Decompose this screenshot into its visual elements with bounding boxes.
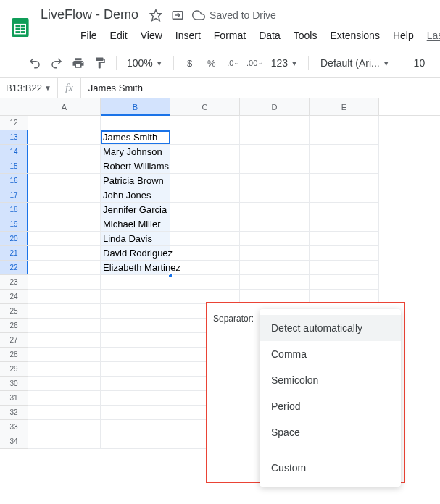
menu-edit[interactable]: Edit <box>105 27 133 44</box>
cell-B32[interactable] <box>101 406 170 420</box>
cell-E20[interactable] <box>310 232 379 246</box>
cell-E15[interactable] <box>310 159 379 174</box>
formula-input[interactable]: James Smith <box>81 83 440 93</box>
column-header-D[interactable]: D <box>240 98 310 115</box>
cell-B25[interactable] <box>101 304 170 319</box>
cell-E12[interactable] <box>310 116 379 130</box>
row-header-27[interactable]: 27 <box>0 333 28 348</box>
column-header-C[interactable]: C <box>170 98 240 115</box>
cell-E21[interactable] <box>310 246 379 261</box>
decrease-decimal-button[interactable]: .0← <box>223 53 244 73</box>
name-box[interactable]: B13:B22▼ <box>0 78 58 98</box>
cell-A33[interactable] <box>28 420 101 434</box>
cell-B13[interactable]: James Smith <box>101 130 170 145</box>
cell-A12[interactable] <box>28 116 101 130</box>
separator-option-semicolon[interactable]: Semicolon <box>260 367 401 393</box>
cell-A22[interactable] <box>28 261 101 275</box>
cell-D12[interactable] <box>240 116 310 130</box>
cell-A25[interactable] <box>28 304 101 319</box>
cell-A29[interactable] <box>28 362 101 377</box>
cell-B18[interactable]: Jennifer Garcia <box>101 203 170 217</box>
cell-E14[interactable] <box>310 145 379 159</box>
cell-C21[interactable] <box>170 246 240 261</box>
sheets-logo[interactable] <box>9 13 32 42</box>
cell-B29[interactable] <box>101 362 170 377</box>
menu-insert[interactable]: Insert <box>170 27 206 44</box>
separator-option-custom[interactable]: Custom <box>260 455 401 481</box>
cell-A16[interactable] <box>28 174 101 188</box>
cell-B31[interactable] <box>101 391 170 406</box>
row-header-28[interactable]: 28 <box>0 348 28 362</box>
cell-B22[interactable]: Elizabeth Martinez <box>101 261 170 275</box>
cell-A24[interactable] <box>28 290 101 304</box>
cell-A18[interactable] <box>28 203 101 217</box>
row-header-29[interactable]: 29 <box>0 362 28 377</box>
cell-B34[interactable] <box>101 434 170 449</box>
cell-C13[interactable] <box>170 130 240 145</box>
separator-option-comma[interactable]: Comma <box>260 341 401 367</box>
row-header-19[interactable]: 19 <box>0 217 28 232</box>
row-header-20[interactable]: 20 <box>0 232 28 246</box>
select-all-corner[interactable] <box>0 98 28 115</box>
cell-E13[interactable] <box>310 130 379 145</box>
cell-D21[interactable] <box>240 246 310 261</box>
cell-B12[interactable] <box>101 116 170 130</box>
row-header-14[interactable]: 14 <box>0 145 28 159</box>
cell-C22[interactable] <box>170 261 240 275</box>
font-size-input[interactable]: 10 <box>408 57 431 69</box>
cell-B19[interactable]: Michael Miller <box>101 217 170 232</box>
cell-C23[interactable] <box>170 275 240 290</box>
cell-E17[interactable] <box>310 188 379 203</box>
move-icon[interactable] <box>170 8 185 22</box>
column-header-A[interactable]: A <box>28 98 101 115</box>
cell-D16[interactable] <box>240 174 310 188</box>
cell-D13[interactable] <box>240 130 310 145</box>
currency-button[interactable]: $ <box>180 53 200 73</box>
cell-A14[interactable] <box>28 145 101 159</box>
cell-D19[interactable] <box>240 217 310 232</box>
menu-extensions[interactable]: Extensions <box>325 27 384 44</box>
star-icon[interactable] <box>149 8 163 22</box>
row-header-16[interactable]: 16 <box>0 174 28 188</box>
row-header-13[interactable]: 13 <box>0 130 28 145</box>
cell-B30[interactable] <box>101 377 170 391</box>
cell-A32[interactable] <box>28 406 101 420</box>
cell-B15[interactable]: Robert Williams <box>101 159 170 174</box>
cell-B27[interactable] <box>101 333 170 348</box>
cell-A28[interactable] <box>28 348 101 362</box>
font-dropdown[interactable]: Default (Ari... ▼ <box>315 57 396 69</box>
cell-C19[interactable] <box>170 217 240 232</box>
row-header-12[interactable]: 12 <box>0 116 28 130</box>
menu-las[interactable]: Las <box>422 27 440 44</box>
cell-A20[interactable] <box>28 232 101 246</box>
cell-A21[interactable] <box>28 246 101 261</box>
row-header-18[interactable]: 18 <box>0 203 28 217</box>
undo-button[interactable] <box>25 53 45 73</box>
cell-C17[interactable] <box>170 188 240 203</box>
cell-A27[interactable] <box>28 333 101 348</box>
row-header-32[interactable]: 32 <box>0 406 28 420</box>
separator-option-period[interactable]: Period <box>260 393 401 419</box>
cell-B20[interactable]: Linda Davis <box>101 232 170 246</box>
document-title[interactable]: LiveFlow - Demo <box>38 6 141 24</box>
column-header-E[interactable]: E <box>310 98 379 115</box>
increase-decimal-button[interactable]: .00→ <box>245 53 265 73</box>
row-header-33[interactable]: 33 <box>0 420 28 434</box>
menu-file[interactable]: File <box>75 27 102 44</box>
row-header-24[interactable]: 24 <box>0 290 28 304</box>
row-header-31[interactable]: 31 <box>0 391 28 406</box>
cell-B26[interactable] <box>101 319 170 333</box>
cell-A30[interactable] <box>28 377 101 391</box>
paint-format-button[interactable] <box>90 53 110 73</box>
menu-tools[interactable]: Tools <box>289 27 323 44</box>
cell-A26[interactable] <box>28 319 101 333</box>
row-header-21[interactable]: 21 <box>0 246 28 261</box>
cell-C20[interactable] <box>170 232 240 246</box>
menu-help[interactable]: Help <box>388 27 419 44</box>
cell-B14[interactable]: Mary Johnson <box>101 145 170 159</box>
row-header-25[interactable]: 25 <box>0 304 28 319</box>
separator-option-space[interactable]: Space <box>260 419 401 445</box>
cell-D18[interactable] <box>240 203 310 217</box>
separator-option-detect-automatically[interactable]: Detect automatically <box>260 315 401 341</box>
save-status[interactable]: Saved to Drive <box>192 9 276 22</box>
